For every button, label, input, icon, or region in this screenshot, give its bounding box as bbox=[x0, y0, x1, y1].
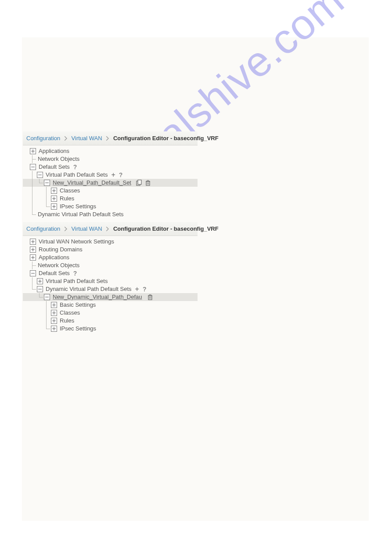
tree-label: IPsec Settings bbox=[59, 203, 96, 210]
expand-icon[interactable] bbox=[51, 318, 57, 324]
tree-item-dvp-default-sets[interactable]: Dynamic Virtual Path Default Sets + ? bbox=[23, 285, 198, 293]
tree-label: IPsec Settings bbox=[59, 325, 96, 333]
tree-item-basic-settings[interactable]: Basic Settings bbox=[23, 301, 198, 309]
help-icon[interactable]: ? bbox=[73, 163, 77, 171]
chevron-right-icon bbox=[106, 222, 109, 236]
nav-tree: Applications Network Objects Default Set… bbox=[23, 145, 198, 223]
breadcrumb: Configuration Virtual WAN Configuration … bbox=[23, 222, 198, 236]
tree-label: Default Sets bbox=[38, 269, 70, 277]
tree-item-classes[interactable]: Classes bbox=[23, 187, 198, 195]
tree-item-applications[interactable]: Applications bbox=[23, 147, 198, 155]
chevron-right-icon bbox=[106, 132, 109, 145]
tree-item-ipsec[interactable]: IPsec Settings bbox=[23, 203, 198, 210]
tree-item-vp-default-sets[interactable]: Virtual Path Default Sets bbox=[23, 277, 198, 285]
copy-icon[interactable] bbox=[136, 179, 143, 186]
nav-tree: Virtual WAN Network Settings Routing Dom… bbox=[23, 236, 198, 337]
tree-label: Dynamic Virtual Path Default Sets bbox=[37, 210, 124, 218]
tree-item-rules[interactable]: Rules bbox=[23, 317, 198, 325]
expand-icon[interactable] bbox=[51, 302, 57, 308]
expand-icon[interactable] bbox=[30, 247, 36, 253]
expand-icon[interactable] bbox=[30, 239, 36, 245]
tree-item-classes[interactable]: Classes bbox=[23, 309, 198, 317]
collapse-icon[interactable] bbox=[44, 294, 50, 300]
breadcrumb-configuration[interactable]: Configuration bbox=[26, 225, 60, 232]
breadcrumb-configuration[interactable]: Configuration bbox=[26, 135, 60, 141]
chevron-right-icon bbox=[65, 222, 67, 236]
tree-label: Routing Domains bbox=[38, 246, 83, 254]
tree-item-new-dvp-default[interactable]: New_Dynamic_Virtual_Path_Defau bbox=[23, 293, 198, 301]
tree-label: Rules bbox=[59, 317, 74, 325]
tree-label: Virtual Path Default Sets bbox=[45, 171, 108, 179]
expand-icon[interactable] bbox=[30, 148, 36, 154]
collapse-icon[interactable] bbox=[37, 286, 43, 292]
expand-icon[interactable] bbox=[51, 203, 57, 210]
tree-item-routing-domains[interactable]: Routing Domains bbox=[23, 246, 198, 254]
tree-item-new-vp-default-set[interactable]: New_Virtual_Path_Default_Set bbox=[23, 179, 198, 187]
collapse-icon[interactable] bbox=[30, 270, 36, 276]
expand-icon[interactable] bbox=[30, 254, 36, 261]
config-panel-1: Configuration Virtual WAN Configuration … bbox=[23, 131, 198, 223]
help-icon[interactable]: ? bbox=[119, 171, 123, 179]
tree-item-vwan-network-settings[interactable]: Virtual WAN Network Settings bbox=[23, 238, 198, 246]
tree-label: Virtual Path Default Sets bbox=[45, 277, 108, 285]
tree-label: Applications bbox=[38, 147, 69, 155]
add-icon[interactable]: + bbox=[135, 285, 139, 293]
expand-icon[interactable] bbox=[51, 326, 57, 332]
tree-label: Basic Settings bbox=[59, 301, 96, 309]
breadcrumb-virtual-wan[interactable]: Virtual WAN bbox=[72, 135, 102, 141]
tree-label: Applications bbox=[38, 254, 69, 261]
trash-icon[interactable] bbox=[144, 179, 151, 186]
expand-icon[interactable] bbox=[37, 278, 43, 284]
tree-item-applications[interactable]: Applications bbox=[23, 254, 198, 261]
tree-label: Network Objects bbox=[37, 261, 79, 269]
chevron-right-icon bbox=[65, 132, 67, 145]
collapse-icon[interactable] bbox=[44, 180, 50, 186]
tree-item-dvp-default-sets[interactable]: Dynamic Virtual Path Default Sets bbox=[23, 210, 198, 218]
tree-item-ipsec[interactable]: IPsec Settings bbox=[23, 325, 198, 333]
tree-label: Rules bbox=[59, 195, 74, 203]
document-page: manualshive.com Configuration Virtual WA… bbox=[22, 37, 369, 521]
tree-label: Network Objects bbox=[37, 155, 79, 163]
help-icon[interactable]: ? bbox=[143, 285, 147, 293]
tree-item-default-sets[interactable]: Default Sets ? bbox=[23, 163, 198, 171]
config-panel-2: Configuration Virtual WAN Configuration … bbox=[23, 222, 198, 337]
tree-label: Classes bbox=[59, 187, 80, 195]
breadcrumb-virtual-wan[interactable]: Virtual WAN bbox=[72, 225, 102, 232]
tree-label: Virtual WAN Network Settings bbox=[38, 238, 114, 246]
tree-item-network-objects[interactable]: Network Objects bbox=[23, 155, 198, 163]
trash-icon[interactable] bbox=[147, 294, 154, 301]
tree-label: Default Sets bbox=[38, 163, 70, 171]
collapse-icon[interactable] bbox=[30, 164, 36, 170]
breadcrumb-current: Configuration Editor - baseconfig_VRF bbox=[113, 135, 219, 141]
tree-item-rules[interactable]: Rules bbox=[23, 195, 198, 203]
breadcrumb: Configuration Virtual WAN Configuration … bbox=[23, 131, 198, 145]
tree-item-network-objects[interactable]: Network Objects bbox=[23, 261, 198, 269]
tree-label: New_Dynamic_Virtual_Path_Defau bbox=[52, 293, 142, 301]
tree-label: Dynamic Virtual Path Default Sets bbox=[45, 285, 132, 293]
tree-item-vp-default-sets[interactable]: Virtual Path Default Sets + ? bbox=[23, 171, 198, 179]
collapse-icon[interactable] bbox=[37, 172, 43, 178]
expand-icon[interactable] bbox=[51, 310, 57, 316]
tree-item-default-sets[interactable]: Default Sets ? bbox=[23, 269, 198, 277]
add-icon[interactable]: + bbox=[111, 171, 115, 179]
help-icon[interactable]: ? bbox=[73, 269, 77, 277]
tree-label: New_Virtual_Path_Default_Set bbox=[52, 179, 131, 187]
expand-icon[interactable] bbox=[51, 196, 57, 202]
tree-label: Classes bbox=[59, 309, 80, 317]
expand-icon[interactable] bbox=[51, 188, 57, 194]
breadcrumb-current: Configuration Editor - baseconfig_VRF bbox=[113, 225, 219, 232]
